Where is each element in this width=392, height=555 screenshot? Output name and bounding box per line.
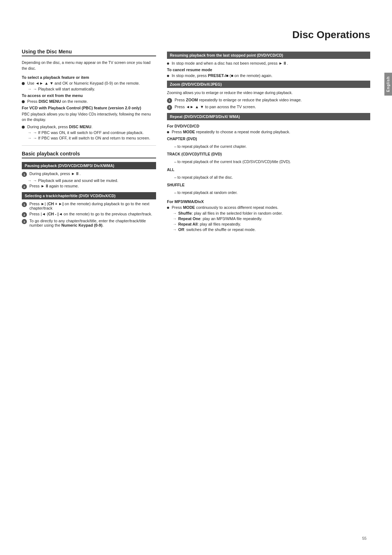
bullet-icon (167, 207, 169, 209)
disc-menu-intro: Depending on the disc, a menu may appear… (22, 60, 156, 72)
using-disc-menu-title: Using the Disc Menu (22, 49, 156, 56)
cancel-resume-bullet: In stop mode, press PRESET-/■ (■ on the … (167, 73, 370, 78)
arrow-icon: → (173, 216, 177, 221)
zoom-heading-box: Zoom (DVD/VCD/DivX/JPEG) (167, 81, 370, 88)
arrow-icon: → (28, 178, 32, 183)
page-title: Disc Operations (22, 29, 370, 42)
mp3-mode-text: Press MODE continuously to access differ… (172, 205, 278, 210)
chapter-dvd-text: – to repeat playback of the current chap… (174, 144, 370, 150)
pausing-step1-text: During playback, press ► II . (29, 171, 81, 176)
selecting-step3-text: To go directly to any chapter/track/titl… (29, 219, 156, 227)
access-menu-bullet: Press DISC MENU on the remote. (22, 99, 156, 104)
for-dvd-vcd-cd-heading: For DVD/VCD/CD (167, 124, 370, 128)
repeat-section: Repeat (DVD/VCD/CD/MP3/DivX/ WMA) For DV… (167, 113, 370, 232)
pbc-arrow1-text: → If PBC was ON, it will switch to OFF a… (33, 130, 143, 135)
bullet-icon (22, 126, 25, 129)
step2-icon: 2 (167, 105, 172, 110)
resuming-section: Resuming playback from the last stopped … (167, 52, 370, 78)
step1-icon: 1 (167, 98, 172, 103)
step3-icon: 3 (22, 219, 27, 224)
step1-icon: 1 (22, 172, 27, 177)
zoom-step2: 2 Press ◄► ▲ ▼ to pan across the TV scre… (167, 105, 370, 110)
select-feature-bullet: Use ◄► ▲ ▼ and OK or Numeric Keypad (0-9… (22, 81, 156, 85)
access-menu-heading: To access or exit from the menu (22, 93, 156, 98)
zoom-step1-text: Press ZOOM repeatedly to enlarge or redu… (175, 98, 302, 102)
selecting-heading-box: Selecting a track/chapter/title (DVD/ VC… (22, 192, 156, 199)
shuffle-text: – to repeat playback at random order. (174, 190, 370, 196)
dvd-mode-bullet: Press MODE repeatedly to choose a repeat… (167, 130, 370, 134)
basic-playback-title: Basic playback controls (22, 151, 156, 158)
pausing-step1: 1 During playback, press ► II . (22, 171, 156, 177)
mp3-repeat-one: → Repeat One: play an MP3/WMA file repea… (173, 216, 370, 221)
all-text: – to repeat playback of all the disc. (174, 175, 370, 181)
right-column: Resuming playback from the last stopped … (167, 49, 370, 233)
all-label: ALL (167, 167, 370, 173)
zoom-step1: 1 Press ZOOM repeatedly to enlarge or re… (167, 98, 370, 103)
shuffle-repeat: SHUFFLE – to repeat playback at random o… (167, 182, 370, 196)
bullet-icon (167, 131, 169, 133)
basic-playback-section: Basic playback controls Pausing playback… (22, 151, 156, 227)
for-mp3-heading: For MP3/WMA/DivX (167, 199, 370, 204)
cancel-resume-text: In stop mode, press PRESET-/■ (■ on the … (172, 73, 272, 78)
page: English Disc Operations Using the Disc M… (0, 0, 392, 555)
mp3-shuffle-text: Shuffle: play all files in the selected … (178, 211, 283, 215)
mp3-shuffle: → Shuffle: play all files in the selecte… (173, 211, 370, 215)
arrow-icon: → (173, 222, 177, 226)
step2-icon: 2 (22, 212, 27, 217)
step1-icon: 1 (22, 202, 27, 207)
left-column: Using the Disc Menu Depending on the dis… (22, 49, 156, 233)
select-feature-arrow1-text: → Playback will start automatically. (33, 87, 95, 91)
pbc-arrow1: → → If PBC was ON, it will switch to OFF… (28, 130, 156, 135)
pausing-step2: 2 Press ► II again to resume. (22, 184, 156, 189)
page-number: 55 (362, 536, 367, 540)
selecting-step2-text: Press |◄ (CH - |◄ on the remote) to go t… (29, 212, 152, 216)
pausing-arrow1-text: → Playback will pause and sound will be … (33, 178, 118, 183)
selecting-step3: 3 To go directly to any chapter/track/ti… (22, 219, 156, 227)
bullet-icon (22, 82, 25, 85)
pausing-heading-box: Pausing playback (DVD/VCD/CD/MP3/ DivX/W… (22, 162, 156, 169)
repeat-heading-box: Repeat (DVD/VCD/CD/MP3/DivX/ WMA) (167, 113, 370, 120)
select-feature-text: Use ◄► ▲ ▼ and OK or Numeric Keypad (0-9… (27, 81, 140, 85)
mp3-mode-bullet: Press MODE continuously to access differ… (167, 205, 370, 210)
mp3-repeat-all: → Repeat All: play all files repeatedly. (173, 222, 370, 226)
access-menu-text: Press DISC MENU on the remote. (27, 99, 88, 104)
pbc-arrow2: → → If PBC was OFF, it will switch to ON… (28, 136, 156, 140)
arrow-icon: → (28, 136, 32, 140)
side-label: English (384, 73, 392, 96)
chapter-dvd: CHAPTER (DVD) – to repeat playback of th… (167, 136, 370, 150)
resuming-bullet1: In stop mode and when a disc has not bee… (167, 61, 370, 65)
content-area: Using the Disc Menu Depending on the dis… (22, 49, 370, 233)
arrow-icon: → (173, 227, 177, 232)
arrow-icon: → (28, 87, 32, 91)
pbc-bullet1-text: During playback, press DISC MENU. (27, 125, 93, 129)
all-repeat: ALL – to repeat playback of all the disc… (167, 167, 370, 181)
using-disc-menu-section: Using the Disc Menu Depending on the dis… (22, 49, 156, 140)
mp3-off-text: Off: switches off the shuffle or repeat … (178, 227, 256, 232)
pausing-arrow1: → → Playback will pause and sound will b… (28, 178, 156, 183)
zoom-intro: Zooming allows you to enlarge or reduce … (167, 90, 370, 96)
cancel-resume-heading: To cancel resume mode (167, 68, 370, 72)
chapter-dvd-label: CHAPTER (DVD) (167, 136, 370, 142)
resuming-heading-box: Resuming playback from the last stopped … (167, 52, 370, 59)
bullet-icon (167, 75, 169, 77)
track-title-text: – to repeat playback of the current trac… (174, 159, 370, 165)
pbc-arrow2-text: → If PBC was OFF, it will switch to ON a… (33, 136, 150, 140)
selecting-step1: 1 Press ►| (CH + ►| on the remote) durin… (22, 202, 156, 210)
zoom-step2-text: Press ◄► ▲ ▼ to pan across the TV screen… (175, 105, 256, 109)
bullet-icon (167, 62, 169, 65)
track-title-label: TRACK (CD/VCD)/TITLE (DVD) (167, 151, 370, 157)
selecting-step1-text: Press ►| (CH + ►| on the remote) during … (29, 202, 156, 210)
pausing-step2-text: Press ► II again to resume. (29, 184, 79, 188)
resuming-bullet1-text: In stop mode and when a disc has not bee… (172, 61, 288, 65)
zoom-section: Zoom (DVD/VCD/DivX/JPEG) Zooming allows … (167, 81, 370, 110)
bullet-icon (22, 100, 25, 103)
selecting-step2: 2 Press |◄ (CH - |◄ on the remote) to go… (22, 212, 156, 217)
pbc-bullet1: During playback, press DISC MENU. (22, 125, 156, 129)
arrow-icon: → (173, 211, 177, 215)
arrow-icon: → (28, 130, 32, 135)
mp3-repeat-one-text: Repeat One: play an MP3/WMA file repeate… (178, 216, 262, 221)
shuffle-label: SHUFFLE (167, 182, 370, 188)
mp3-repeat-all-text: Repeat All: play all files repeatedly. (178, 222, 241, 226)
mp3-off: → Off: switches off the shuffle or repea… (173, 227, 370, 232)
pbc-intro: PBC playback allows you to play Video CD… (22, 112, 156, 123)
